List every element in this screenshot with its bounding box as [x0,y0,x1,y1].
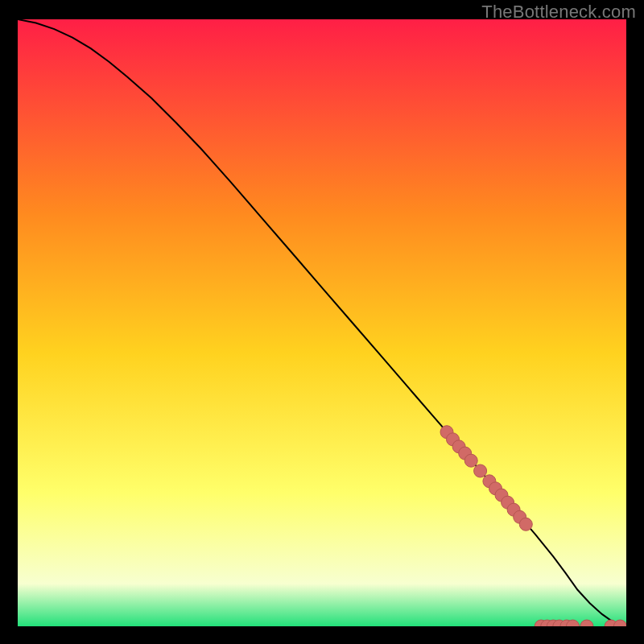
watermark-text: TheBottleneck.com [481,2,636,23]
chart-svg [18,19,626,626]
plot-area [18,19,626,626]
data-point [474,464,487,477]
chart-frame: TheBottleneck.com [0,0,644,644]
data-point [519,518,532,530]
data-point [464,454,477,467]
